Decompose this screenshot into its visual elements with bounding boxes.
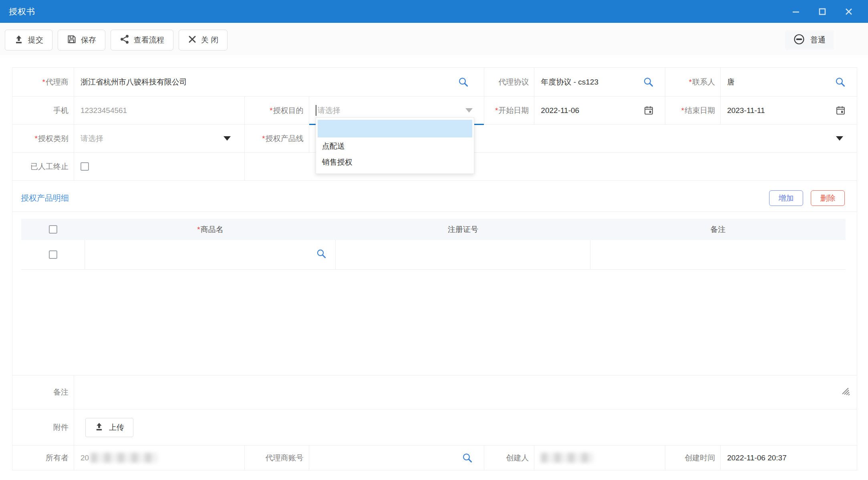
details-section-header: 授权产品明细 增加 删除 [12, 189, 857, 212]
product-name-cell[interactable] [85, 240, 336, 269]
contact-field[interactable]: 唐 [721, 68, 857, 96]
start-date-field[interactable]: 2022-11-06 [534, 97, 665, 124]
purpose-label: * 授权目的 [245, 97, 309, 124]
agreement-label: 代理协议 [484, 68, 534, 96]
save-button[interactable]: 保存 [58, 30, 105, 50]
start-date-label: * 开始日期 [484, 97, 534, 124]
remarks-row: 备注 [12, 375, 857, 409]
category-label: * 授权类别 [12, 125, 74, 152]
circle-minus-icon [793, 33, 805, 47]
mobile-value: 12323454561 [81, 106, 127, 115]
registration-no-cell[interactable] [336, 240, 590, 269]
form-row-1: * 代理商 浙江省杭州市八骏科技有限公司 代理协议 年度协议 - cs123 [12, 68, 857, 97]
maximize-icon[interactable] [818, 7, 827, 16]
share-flow-icon [120, 34, 129, 46]
view-flow-label: 查看流程 [134, 35, 164, 45]
save-label: 保存 [81, 35, 96, 45]
contact-value: 唐 [727, 77, 735, 87]
attachment-label: 附件 [12, 409, 74, 445]
search-icon[interactable] [643, 77, 654, 87]
product-table: * 商品名 注册证号 备注 [21, 219, 846, 270]
search-icon[interactable] [458, 77, 469, 87]
calendar-icon[interactable] [836, 105, 846, 115]
view-flow-button[interactable]: 查看流程 [111, 30, 173, 50]
end-date-label: * 结束日期 [665, 97, 721, 124]
mobile-field[interactable]: 12323454561 [74, 97, 245, 124]
owner-label: 所有者 [12, 446, 74, 470]
form-body: * 代理商 浙江省杭州市八骏科技有限公司 代理协议 年度协议 - cs123 [12, 67, 857, 470]
remarks-textarea[interactable] [74, 375, 857, 409]
dropdown-option[interactable]: 点配送 [318, 138, 472, 154]
table-row [21, 240, 846, 270]
terminated-field [74, 153, 245, 180]
owner-row: 所有者 20 代理商账号 创建人 [12, 446, 857, 470]
mobile-label: 手机 [12, 97, 74, 124]
close-form-button[interactable]: 关 闭 [179, 30, 228, 50]
add-row-button[interactable]: 增加 [769, 190, 803, 206]
chevron-down-icon[interactable] [836, 136, 843, 141]
select-all-checkbox[interactable] [49, 225, 57, 234]
column-note: 备注 [590, 219, 846, 240]
purpose-dropdown: 点配送 销售授权 [316, 117, 474, 174]
created-time-field: 2022-11-06 20:37 [721, 446, 857, 470]
form-row-2: 手机 12323454561 * 授权目的 请选择 点配送 [12, 97, 857, 125]
product-line-label: * 授权产品线 [245, 125, 309, 152]
terminated-label: 已人工终止 [12, 153, 74, 180]
agent-label: * 代理商 [12, 68, 74, 96]
end-date-field[interactable]: 2023-11-11 [721, 97, 857, 124]
purpose-placeholder: 请选择 [318, 105, 340, 116]
row-select-cell [21, 240, 85, 269]
created-time-label: 创建时间 [665, 446, 721, 470]
start-date-value: 2022-11-06 [541, 106, 579, 115]
search-icon[interactable] [835, 77, 846, 87]
toolbar: 提交 保存 查看流程 关 闭 普通 [0, 23, 868, 55]
remarks-label: 备注 [12, 375, 74, 409]
search-icon[interactable] [462, 452, 473, 463]
dropdown-option[interactable]: 销售授权 [318, 154, 472, 170]
upload-label: 上传 [109, 422, 124, 433]
owner-field: 20 [74, 446, 245, 470]
calendar-icon[interactable] [644, 105, 654, 115]
purpose-select[interactable]: 请选择 点配送 销售授权 [309, 97, 485, 124]
dropdown-option-empty[interactable] [318, 120, 472, 137]
chevron-down-icon[interactable] [224, 136, 231, 141]
select-all-cell [21, 219, 85, 240]
creator-field [534, 446, 665, 470]
authorization-window: 授权书 提交 保存 [0, 0, 868, 480]
creator-label: 创建人 [484, 446, 534, 470]
note-cell[interactable] [590, 240, 846, 269]
column-registration-no: 注册证号 [336, 219, 590, 240]
agent-account-label: 代理商账号 [245, 446, 309, 470]
category-placeholder: 请选择 [81, 133, 103, 144]
header-form: * 代理商 浙江省杭州市八骏科技有限公司 代理协议 年度协议 - cs123 [12, 67, 857, 181]
contact-label: * 联系人 [665, 68, 721, 96]
submit-button[interactable]: 提交 [5, 30, 52, 50]
category-select[interactable]: 请选择 [74, 125, 245, 152]
created-time-value: 2022-11-06 20:37 [727, 454, 787, 462]
minimize-icon[interactable] [791, 7, 801, 16]
agreement-field[interactable]: 年度协议 - cs123 [534, 68, 665, 96]
terminated-checkbox[interactable] [81, 162, 89, 171]
chevron-down-icon[interactable] [465, 108, 473, 113]
upload-icon [95, 422, 104, 433]
product-table-header: * 商品名 注册证号 备注 [21, 219, 846, 240]
column-product-name: * 商品名 [85, 219, 336, 240]
end-date-value: 2023-11-11 [727, 106, 765, 115]
attachment-field: 上传 [74, 409, 857, 445]
empty-area [12, 270, 857, 375]
search-icon[interactable] [316, 248, 326, 261]
redacted-value [541, 453, 594, 463]
row-checkbox[interactable] [49, 250, 57, 259]
agent-value: 浙江省杭州市八骏科技有限公司 [81, 77, 187, 87]
mode-label: 普通 [810, 35, 826, 45]
close-window-icon[interactable] [844, 7, 854, 16]
window-controls [791, 7, 859, 16]
delete-row-button[interactable]: 删除 [811, 190, 845, 206]
agreement-value: 年度协议 - cs123 [541, 77, 598, 87]
mode-normal-button[interactable]: 普通 [785, 30, 834, 50]
upload-button[interactable]: 上传 [85, 418, 133, 437]
close-form-label: 关 闭 [201, 35, 218, 45]
resize-grip-icon[interactable] [839, 385, 852, 400]
agent-field[interactable]: 浙江省杭州市八骏科技有限公司 [74, 68, 485, 96]
agent-account-field[interactable] [309, 446, 485, 470]
